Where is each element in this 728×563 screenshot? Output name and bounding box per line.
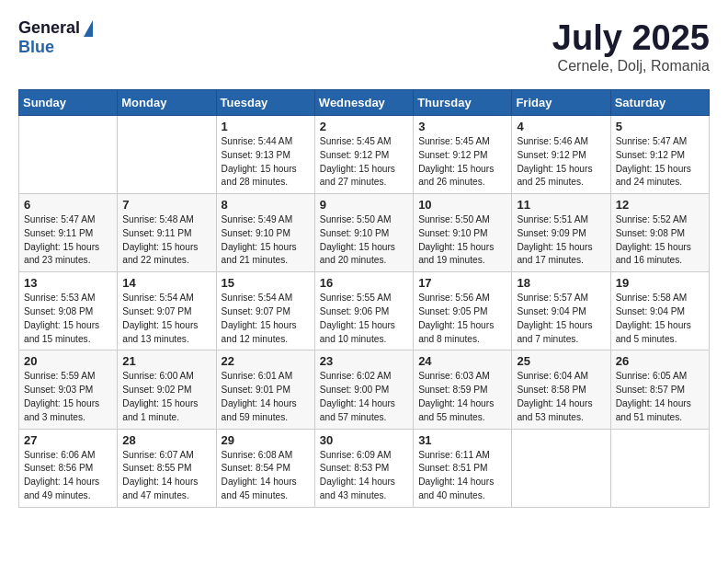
- calendar-cell: 15Sunrise: 5:54 AM Sunset: 9:07 PM Dayli…: [216, 272, 314, 350]
- calendar-cell: 9Sunrise: 5:50 AM Sunset: 9:10 PM Daylig…: [314, 194, 413, 272]
- calendar-cell: 10Sunrise: 5:50 AM Sunset: 9:10 PM Dayli…: [414, 194, 512, 272]
- day-number: 18: [517, 276, 605, 290]
- day-detail: Sunrise: 5:49 AM Sunset: 9:10 PM Dayligh…: [222, 213, 310, 268]
- day-number: 23: [320, 354, 408, 368]
- day-number: 28: [122, 433, 210, 447]
- page-header: General Blue July 2025 Cernele, Dolj, Ro…: [18, 18, 710, 75]
- calendar-cell: 7Sunrise: 5:48 AM Sunset: 9:11 PM Daylig…: [118, 194, 216, 272]
- calendar-body: 1Sunrise: 5:44 AM Sunset: 9:13 PM Daylig…: [19, 116, 710, 508]
- calendar-header: SundayMondayTuesdayWednesdayThursdayFrid…: [19, 90, 710, 116]
- day-detail: Sunrise: 5:52 AM Sunset: 9:08 PM Dayligh…: [616, 213, 704, 268]
- day-number: 17: [418, 276, 506, 290]
- day-detail: Sunrise: 6:05 AM Sunset: 8:57 PM Dayligh…: [616, 370, 704, 424]
- day-number: 5: [616, 120, 704, 133]
- day-detail: Sunrise: 6:07 AM Sunset: 8:55 PM Dayligh…: [122, 449, 210, 503]
- calendar-cell: 8Sunrise: 5:49 AM Sunset: 9:10 PM Daylig…: [216, 194, 314, 272]
- calendar-cell: 14Sunrise: 5:54 AM Sunset: 9:07 PM Dayli…: [118, 272, 216, 350]
- day-number: 10: [418, 198, 506, 212]
- calendar-cell: 13Sunrise: 5:53 AM Sunset: 9:08 PM Dayli…: [19, 272, 118, 350]
- day-number: 1: [222, 120, 310, 133]
- day-number: 20: [24, 354, 112, 368]
- calendar-week-2: 6Sunrise: 5:47 AM Sunset: 9:11 PM Daylig…: [19, 194, 710, 272]
- day-detail: Sunrise: 5:54 AM Sunset: 9:07 PM Dayligh…: [122, 292, 210, 346]
- day-number: 8: [222, 198, 310, 212]
- day-detail: Sunrise: 5:48 AM Sunset: 9:11 PM Dayligh…: [122, 213, 210, 268]
- day-detail: Sunrise: 5:44 AM Sunset: 9:13 PM Dayligh…: [222, 135, 310, 190]
- day-detail: Sunrise: 5:50 AM Sunset: 9:10 PM Dayligh…: [320, 213, 408, 268]
- page-subtitle: Cernele, Dolj, Romania: [552, 58, 710, 75]
- calendar-week-5: 27Sunrise: 6:06 AM Sunset: 8:56 PM Dayli…: [19, 429, 710, 507]
- page-title: July 2025: [552, 18, 710, 58]
- calendar-week-3: 13Sunrise: 5:53 AM Sunset: 9:08 PM Dayli…: [19, 272, 710, 350]
- calendar-cell: 6Sunrise: 5:47 AM Sunset: 9:11 PM Daylig…: [19, 194, 118, 272]
- day-detail: Sunrise: 5:47 AM Sunset: 9:12 PM Dayligh…: [616, 135, 704, 190]
- calendar-cell: 22Sunrise: 6:01 AM Sunset: 9:01 PM Dayli…: [216, 350, 314, 429]
- day-detail: Sunrise: 5:55 AM Sunset: 9:06 PM Dayligh…: [320, 292, 408, 346]
- day-detail: Sunrise: 6:03 AM Sunset: 8:59 PM Dayligh…: [418, 370, 506, 424]
- calendar-header-sunday: Sunday: [19, 90, 118, 116]
- calendar-cell: 2Sunrise: 5:45 AM Sunset: 9:12 PM Daylig…: [314, 116, 413, 194]
- calendar-cell: 11Sunrise: 5:51 AM Sunset: 9:09 PM Dayli…: [512, 194, 610, 272]
- day-detail: Sunrise: 5:53 AM Sunset: 9:08 PM Dayligh…: [24, 292, 112, 346]
- day-number: 19: [616, 276, 704, 290]
- day-detail: Sunrise: 5:47 AM Sunset: 9:11 PM Dayligh…: [24, 213, 112, 268]
- calendar-table: SundayMondayTuesdayWednesdayThursdayFrid…: [18, 89, 710, 508]
- day-number: 7: [122, 198, 210, 212]
- day-detail: Sunrise: 5:58 AM Sunset: 9:04 PM Dayligh…: [616, 292, 704, 346]
- day-detail: Sunrise: 6:02 AM Sunset: 9:00 PM Dayligh…: [320, 370, 408, 424]
- calendar-cell: 16Sunrise: 5:55 AM Sunset: 9:06 PM Dayli…: [314, 272, 413, 350]
- calendar-cell: 20Sunrise: 5:59 AM Sunset: 9:03 PM Dayli…: [19, 350, 118, 429]
- calendar-cell: 3Sunrise: 5:45 AM Sunset: 9:12 PM Daylig…: [414, 116, 512, 194]
- day-number: 31: [418, 433, 506, 447]
- day-detail: Sunrise: 6:11 AM Sunset: 8:51 PM Dayligh…: [418, 449, 506, 503]
- calendar-header-monday: Monday: [118, 90, 216, 116]
- day-detail: Sunrise: 6:01 AM Sunset: 9:01 PM Dayligh…: [222, 370, 310, 424]
- day-number: 25: [517, 354, 605, 368]
- calendar-cell: 30Sunrise: 6:09 AM Sunset: 8:53 PM Dayli…: [314, 429, 413, 507]
- day-detail: Sunrise: 5:46 AM Sunset: 9:12 PM Dayligh…: [517, 135, 605, 190]
- calendar-cell: 31Sunrise: 6:11 AM Sunset: 8:51 PM Dayli…: [414, 429, 512, 507]
- calendar-cell: 17Sunrise: 5:56 AM Sunset: 9:05 PM Dayli…: [414, 272, 512, 350]
- logo: General Blue: [18, 18, 93, 57]
- calendar-header-thursday: Thursday: [414, 90, 512, 116]
- day-detail: Sunrise: 5:59 AM Sunset: 9:03 PM Dayligh…: [24, 370, 112, 424]
- calendar-cell: 21Sunrise: 6:00 AM Sunset: 9:02 PM Dayli…: [118, 350, 216, 429]
- calendar-cell: 26Sunrise: 6:05 AM Sunset: 8:57 PM Dayli…: [610, 350, 709, 429]
- day-detail: Sunrise: 5:50 AM Sunset: 9:10 PM Dayligh…: [418, 213, 506, 268]
- calendar-cell: 24Sunrise: 6:03 AM Sunset: 8:59 PM Dayli…: [414, 350, 512, 429]
- day-detail: Sunrise: 6:04 AM Sunset: 8:58 PM Dayligh…: [517, 370, 605, 424]
- day-detail: Sunrise: 6:09 AM Sunset: 8:53 PM Dayligh…: [320, 449, 408, 503]
- calendar-header-saturday: Saturday: [610, 90, 709, 116]
- day-detail: Sunrise: 6:00 AM Sunset: 9:02 PM Dayligh…: [122, 370, 210, 424]
- day-detail: Sunrise: 5:57 AM Sunset: 9:04 PM Dayligh…: [517, 292, 605, 346]
- calendar-cell: 12Sunrise: 5:52 AM Sunset: 9:08 PM Dayli…: [610, 194, 709, 272]
- day-number: 22: [222, 354, 310, 368]
- day-number: 9: [320, 198, 408, 212]
- calendar-cell: [118, 116, 216, 194]
- day-number: 3: [418, 120, 506, 133]
- day-number: 13: [24, 276, 112, 290]
- calendar-cell: 27Sunrise: 6:06 AM Sunset: 8:56 PM Dayli…: [19, 429, 118, 507]
- calendar-header-row: SundayMondayTuesdayWednesdayThursdayFrid…: [19, 90, 710, 116]
- calendar-cell: 29Sunrise: 6:08 AM Sunset: 8:54 PM Dayli…: [216, 429, 314, 507]
- day-detail: Sunrise: 6:08 AM Sunset: 8:54 PM Dayligh…: [222, 449, 310, 503]
- day-number: 4: [517, 120, 605, 133]
- day-number: 27: [24, 433, 112, 447]
- day-detail: Sunrise: 6:06 AM Sunset: 8:56 PM Dayligh…: [24, 449, 112, 503]
- day-number: 26: [616, 354, 704, 368]
- day-number: 14: [122, 276, 210, 290]
- calendar-cell: 4Sunrise: 5:46 AM Sunset: 9:12 PM Daylig…: [512, 116, 610, 194]
- day-number: 30: [320, 433, 408, 447]
- logo-blue-text: Blue: [18, 38, 54, 57]
- day-number: 6: [24, 198, 112, 212]
- calendar-cell: [19, 116, 118, 194]
- calendar-cell: 23Sunrise: 6:02 AM Sunset: 9:00 PM Dayli…: [314, 350, 413, 429]
- calendar-header-wednesday: Wednesday: [314, 90, 413, 116]
- calendar-header-friday: Friday: [512, 90, 610, 116]
- day-number: 24: [418, 354, 506, 368]
- day-detail: Sunrise: 5:51 AM Sunset: 9:09 PM Dayligh…: [517, 213, 605, 268]
- calendar-cell: 5Sunrise: 5:47 AM Sunset: 9:12 PM Daylig…: [610, 116, 709, 194]
- day-number: 11: [517, 198, 605, 212]
- day-number: 12: [616, 198, 704, 212]
- day-number: 15: [222, 276, 310, 290]
